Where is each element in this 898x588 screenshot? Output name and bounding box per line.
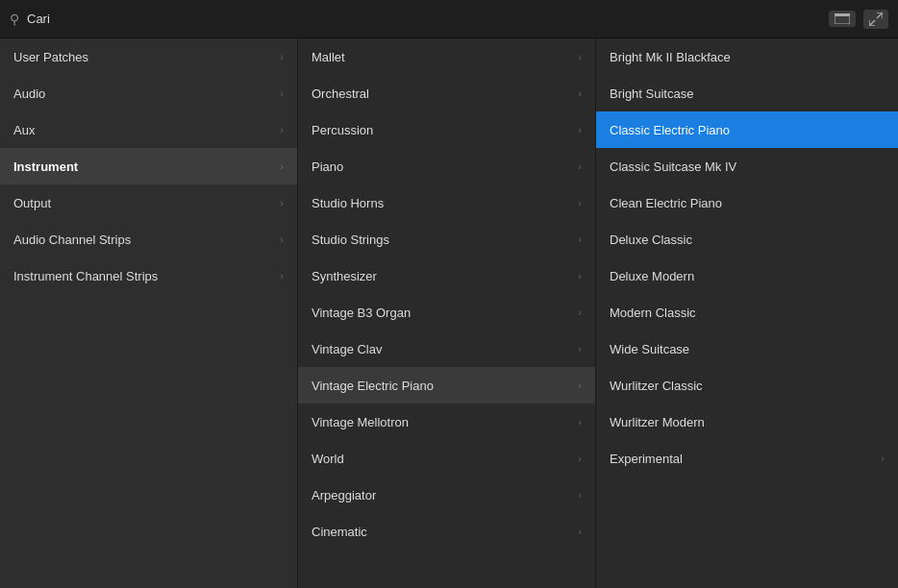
col3-item-1[interactable]: Bright Suitcase [596, 75, 898, 111]
col1-item-4[interactable]: Output› [0, 184, 297, 221]
col3-item-4[interactable]: Clean Electric Piano [596, 184, 898, 221]
col1-item-0[interactable]: User Patches› [0, 38, 297, 75]
col2-item-label-10: Vintage Mellotron [312, 415, 409, 429]
chevron-icon-12: › [578, 489, 582, 501]
col1-item-label-2: Aux [13, 123, 35, 137]
col2-item-6[interactable]: Synthesizer› [298, 257, 595, 294]
col2-item-label-4: Studio Horns [312, 196, 384, 210]
col3-item-label-2: Classic Electric Piano [610, 123, 730, 137]
col1-item-label-6: Instrument Channel Strips [13, 269, 158, 283]
chevron-icon-1: › [280, 87, 284, 99]
svg-line-7 [870, 20, 875, 25]
col3-item-7[interactable]: Modern Classic [596, 294, 898, 331]
col2-item-label-13: Cinematic [312, 525, 367, 539]
col2-item-label-9: Vintage Electric Piano [312, 379, 434, 393]
chevron-icon-2: › [578, 124, 582, 135]
col3-item-11[interactable]: Experimental› [596, 440, 898, 477]
chevron-icon-0: › [280, 51, 284, 62]
chevron-icon-0: › [578, 51, 582, 62]
col2-item-13[interactable]: Cinematic› [298, 513, 595, 550]
col1-item-label-5: Audio Channel Strips [13, 233, 131, 247]
col1-item-label-1: Audio [13, 86, 45, 101]
col2-item-label-0: Mallet [312, 50, 345, 64]
col2-item-4[interactable]: Studio Horns› [298, 184, 595, 221]
col3-item-label-6: Deluxe Modern [610, 269, 694, 283]
collapse-button[interactable] [863, 10, 888, 29]
column-3: Bright Mk II BlackfaceBright SuitcaseCla… [596, 38, 898, 588]
chevron-icon-4: › [280, 197, 284, 208]
col2-item-1[interactable]: Orchestral› [298, 75, 595, 111]
menu-columns: User Patches›Audio›Aux›Instrument›Output… [0, 38, 898, 588]
chevron-icon-6: › [280, 270, 284, 282]
chevron-icon-5: › [578, 233, 582, 245]
chevron-icon-10: › [578, 416, 582, 428]
chevron-icon-1: › [578, 87, 582, 99]
col3-item-0[interactable]: Bright Mk II Blackface [596, 38, 898, 75]
chevron-icon-11: › [578, 453, 582, 464]
col3-item-label-5: Deluxe Classic [610, 233, 692, 247]
col2-item-3[interactable]: Piano› [298, 148, 595, 184]
col1-item-3[interactable]: Instrument› [0, 148, 297, 184]
column-2: Mallet›Orchestral›Percussion›Piano›Studi… [298, 38, 596, 588]
col1-item-6[interactable]: Instrument Channel Strips› [0, 257, 297, 294]
col3-item-label-9: Wurlitzer Classic [610, 379, 703, 393]
col1-item-label-3: Instrument [13, 159, 78, 174]
col2-item-10[interactable]: Vintage Mellotron› [298, 404, 595, 440]
chevron-icon-13: › [578, 526, 582, 537]
col3-item-5[interactable]: Deluxe Classic [596, 221, 898, 257]
col2-item-7[interactable]: Vintage B3 Organ› [298, 294, 595, 331]
col3-item-label-10: Wurlitzer Modern [610, 415, 705, 429]
chevron-icon-9: › [578, 380, 582, 391]
col3-item-label-0: Bright Mk II Blackface [610, 50, 731, 64]
chevron-icon-4: › [578, 197, 582, 208]
col2-item-9[interactable]: Vintage Electric Piano› [298, 367, 595, 404]
chevron-icon-3: › [578, 160, 582, 172]
chevron-icon-2: › [280, 124, 284, 135]
col2-item-label-3: Piano [312, 159, 343, 174]
col2-item-5[interactable]: Studio Strings› [298, 221, 595, 257]
col3-item-label-3: Classic Suitcase Mk IV [610, 159, 736, 174]
col3-item-6[interactable]: Deluxe Modern [596, 257, 898, 294]
col3-item-label-8: Wide Suitcase [610, 342, 689, 356]
col3-item-label-4: Clean Electric Piano [610, 196, 722, 210]
col2-item-12[interactable]: Arpeggiator› [298, 477, 595, 513]
col3-item-label-7: Modern Classic [610, 306, 696, 320]
col2-item-label-11: World [312, 452, 344, 466]
window-button[interactable] [829, 11, 856, 27]
chevron-icon-8: › [578, 343, 582, 355]
col3-item-3[interactable]: Classic Suitcase Mk IV [596, 148, 898, 184]
col2-item-2[interactable]: Percussion› [298, 111, 595, 148]
col1-item-5[interactable]: Audio Channel Strips› [0, 221, 297, 257]
col2-item-label-7: Vintage B3 Organ [312, 306, 411, 320]
chevron-icon-7: › [578, 306, 582, 318]
col1-item-2[interactable]: Aux› [0, 111, 297, 148]
svg-rect-1 [835, 13, 850, 16]
toolbar-icons [829, 10, 888, 29]
col2-item-label-2: Percussion [312, 123, 373, 137]
svg-line-6 [877, 13, 882, 18]
column-1: User Patches›Audio›Aux›Instrument›Output… [0, 38, 298, 588]
chevron-icon-5: › [280, 233, 284, 245]
chevron-icon-3: › [280, 160, 284, 172]
col2-item-label-12: Arpeggiator [312, 488, 376, 502]
col1-item-1[interactable]: Audio› [0, 75, 297, 111]
col2-item-8[interactable]: Vintage Clav› [298, 331, 595, 367]
col1-item-label-0: User Patches [13, 50, 88, 64]
search-icon: ⚲ [10, 12, 19, 27]
search-bar: ⚲ Cari [0, 0, 898, 38]
chevron-icon-11: › [881, 453, 885, 464]
col3-item-2[interactable]: Classic Electric Piano [596, 111, 898, 148]
chevron-icon-6: › [578, 270, 582, 282]
col2-item-label-8: Vintage Clav [312, 342, 382, 356]
col2-item-11[interactable]: World› [298, 440, 595, 477]
col3-item-label-1: Bright Suitcase [610, 86, 693, 101]
col2-item-0[interactable]: Mallet› [298, 38, 595, 75]
col3-item-8[interactable]: Wide Suitcase [596, 331, 898, 367]
col2-item-label-5: Studio Strings [312, 233, 389, 247]
search-input[interactable]: Cari [27, 12, 821, 26]
col3-item-9[interactable]: Wurlitzer Classic [596, 367, 898, 404]
col2-item-label-6: Synthesizer [312, 269, 377, 283]
col3-item-label-11: Experimental [610, 452, 683, 466]
col3-item-10[interactable]: Wurlitzer Modern [596, 404, 898, 440]
col1-item-label-4: Output [13, 196, 51, 210]
